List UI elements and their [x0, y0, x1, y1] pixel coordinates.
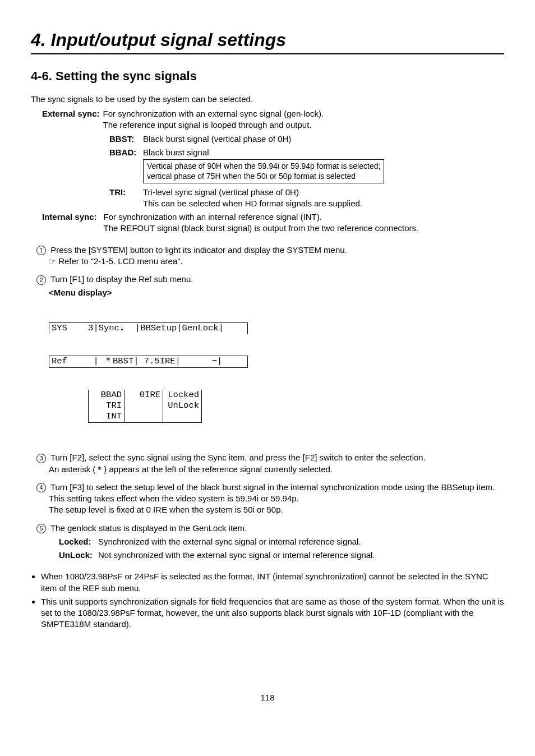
note-bullet-2: This unit supports synchronization signa… [41, 596, 504, 630]
locked-desc: Synchronized with the external sync sign… [98, 536, 361, 547]
chapter-title: 4. Input/output signal settings [31, 28, 504, 54]
step-num-1: 1 [36, 246, 46, 255]
section-title: 4-6. Setting the sync signals [31, 68, 504, 85]
internal-desc1: For synchronization with an internal ref… [104, 212, 322, 222]
menu-row1: SYS 3|Sync↓ |BBSetup|GenLock| [49, 322, 248, 334]
step2-text: Turn [F1] to display the Ref sub menu. [50, 274, 193, 284]
bbad-desc: Black burst signal [143, 147, 209, 157]
tri-desc2: This can be selected when HD format sign… [143, 199, 362, 208]
step4-line1: Turn [F3] to select the setup level of t… [50, 482, 495, 492]
bbad-note1: Vertical phase of 90H when the 59.94i or… [147, 162, 380, 170]
unlock-label: UnLock: [59, 550, 98, 561]
step-num-3: 3 [36, 454, 46, 463]
step-4: 4 Turn [F3] to select the setup level of… [36, 482, 504, 516]
step3-line1: Turn [F2], select the sync signal using … [50, 453, 426, 462]
step-num-4: 4 [36, 483, 46, 492]
external-desc2: The reference input signal is looped thr… [103, 120, 312, 130]
bbst-desc: Black burst signal (vertical phase of 0H… [143, 133, 291, 145]
page-number: 118 [31, 692, 504, 703]
external-desc1: For synchronization with an external syn… [103, 109, 324, 118]
menu-options-row: BBAD TRI INT 0IRE Locked UnLock [49, 390, 504, 423]
step3-line2: An asterisk (＊) appears at the left of t… [49, 464, 504, 475]
step-5: 5 The genlock status is displayed in the… [36, 523, 504, 561]
menu-opts-col2: 0IRE [124, 390, 163, 423]
menu-display: SYS 3|Sync↓ |BBSetup|GenLock| Ref | ＊BBS… [49, 301, 504, 445]
step-2: 2 Turn [F1] to display the Ref sub menu.… [36, 274, 504, 444]
steps-block: 1 Press the [SYSTEM] button to light its… [36, 245, 504, 561]
notes-list: When 1080/23.98PsF or 24PsF is selected … [31, 571, 504, 630]
step-num-2: 2 [36, 275, 46, 285]
bbad-label: BBAD: [109, 147, 143, 185]
external-sync-label: External sync: [42, 108, 100, 131]
note-bullet-1: When 1080/23.98PsF or 24PsF is selected … [41, 571, 504, 594]
menu-row2: Ref | ＊BBST| 7.5IRE| −| [49, 356, 248, 367]
bbst-label: BBST: [109, 133, 143, 145]
menu-opts-col3: Locked UnLock [163, 390, 202, 423]
locked-label: Locked: [59, 536, 98, 547]
step1-text: Press the [SYSTEM] button to light its i… [50, 245, 347, 255]
step1-ref: ☞ Refer to "2-1-5. LCD menu area". [49, 256, 504, 267]
tri-label: TRI: [109, 187, 143, 210]
internal-sync-block: Internal sync: For synchronization with … [42, 211, 504, 234]
step4-line3: The setup level is fixed at 0 IRE when t… [49, 504, 504, 515]
menu-display-title: <Menu display> [49, 287, 504, 298]
external-sync-block: External sync: For synchronization with … [42, 108, 504, 209]
unlock-desc: Not synchronized with the external sync … [98, 550, 375, 561]
menu-opts-col1: BBAD TRI INT [88, 390, 124, 423]
step-3: 3 Turn [F2], select the sync signal usin… [36, 452, 504, 475]
internal-desc2: The REFOUT signal (black burst signal) i… [104, 223, 419, 233]
tri-desc1: Tri-level sync signal (vertical phase of… [143, 187, 299, 197]
intro-text: The sync signals to be used by the syste… [31, 94, 504, 105]
bbad-note-box: Vertical phase of 90H when the 59.94i or… [143, 159, 384, 183]
step-num-5: 5 [36, 524, 46, 533]
step5-text: The genlock status is displayed in the G… [50, 523, 247, 533]
internal-sync-label: Internal sync: [42, 211, 97, 234]
bbad-note2: vertical phase of 75H when the 50i or 50… [147, 172, 356, 181]
step-1: 1 Press the [SYSTEM] button to light its… [36, 245, 504, 268]
step4-line2: This setting takes effect when the video… [49, 493, 504, 504]
